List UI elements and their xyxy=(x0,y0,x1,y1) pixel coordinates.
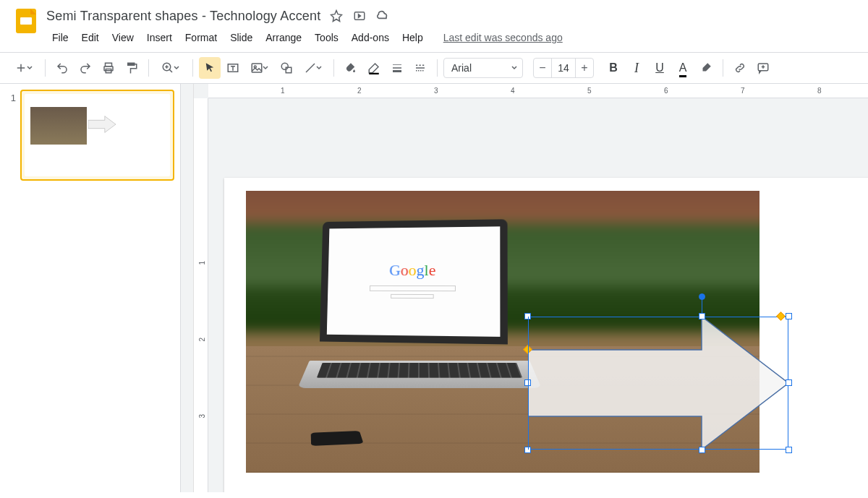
font-size-value[interactable]: 14 xyxy=(551,59,576,77)
svg-rect-11 xyxy=(286,67,292,73)
bold-button[interactable]: B xyxy=(603,57,624,79)
menu-format[interactable]: Format xyxy=(179,29,223,46)
toolbar: Arial − 14 + B I U A xyxy=(0,52,868,84)
zoom-button[interactable] xyxy=(155,57,187,79)
menu-addons[interactable]: Add-ons xyxy=(346,29,395,46)
font-size-stepper: − 14 + xyxy=(533,58,594,78)
redo-button[interactable] xyxy=(75,57,96,79)
fill-color-button[interactable] xyxy=(340,57,362,79)
ruler-gutter xyxy=(181,84,194,492)
svg-rect-12 xyxy=(369,73,379,74)
thumbnail-image xyxy=(30,107,87,145)
thumbnail-number: 1 xyxy=(6,90,16,181)
document-title[interactable]: Semi Transparent shapes - Technology Acc… xyxy=(46,9,320,24)
shape-button[interactable] xyxy=(276,57,297,79)
resize-handle-e[interactable] xyxy=(786,379,792,386)
move-icon[interactable] xyxy=(352,9,367,23)
last-edit-link[interactable]: Last edit was seconds ago xyxy=(443,32,563,43)
font-size-decrease-button[interactable]: − xyxy=(534,59,551,77)
undo-button[interactable] xyxy=(51,57,73,79)
border-color-button[interactable] xyxy=(363,57,385,79)
menu-file[interactable]: File xyxy=(46,29,75,46)
resize-handle-se[interactable] xyxy=(786,447,792,453)
toolbar-separator xyxy=(148,59,149,77)
cloud-saved-icon[interactable] xyxy=(375,9,390,23)
menu-slide[interactable]: Slide xyxy=(224,29,258,46)
menu-help[interactable]: Help xyxy=(396,29,429,46)
font-family-select[interactable]: Arial xyxy=(443,58,523,78)
slide-thumbnail-1[interactable] xyxy=(20,90,174,181)
svg-rect-13 xyxy=(701,72,711,74)
google-logo-text: Google xyxy=(389,261,435,280)
resize-handle-n[interactable] xyxy=(699,313,705,319)
canvas-area[interactable]: 1 2 3 4 5 6 7 8 1 2 3 Google xyxy=(181,84,868,492)
font-size-increase-button[interactable]: + xyxy=(576,59,593,77)
arrow-shape-selected[interactable] xyxy=(528,317,788,450)
vertical-ruler[interactable]: 1 2 3 xyxy=(194,98,208,492)
line-button[interactable] xyxy=(299,57,328,79)
select-tool-button[interactable] xyxy=(199,57,221,79)
svg-point-10 xyxy=(281,63,288,69)
menu-edit[interactable]: Edit xyxy=(76,29,105,46)
main-area: 1 1 2 3 4 5 6 7 8 1 2 3 xyxy=(0,84,868,492)
toolbar-separator xyxy=(333,59,334,77)
slides-logo[interactable] xyxy=(12,6,41,35)
text-color-button[interactable]: A xyxy=(672,57,694,79)
thumbnail-arrow-shape xyxy=(88,114,116,134)
underline-button[interactable]: U xyxy=(649,57,671,79)
menu-insert[interactable]: Insert xyxy=(141,29,178,46)
slide-canvas[interactable]: Google xyxy=(224,178,868,492)
comment-button[interactable] xyxy=(752,57,774,79)
toolbar-separator xyxy=(437,59,438,77)
border-weight-button[interactable] xyxy=(386,57,408,79)
textbox-button[interactable] xyxy=(222,57,244,79)
slide-thumbnail-panel: 1 xyxy=(0,84,181,492)
border-dash-button[interactable] xyxy=(409,57,431,79)
toolbar-separator xyxy=(723,59,723,77)
menu-bar: File Edit View Insert Format Slide Arran… xyxy=(46,29,856,46)
image-button[interactable] xyxy=(245,57,274,79)
svg-rect-8 xyxy=(252,64,262,72)
menu-tools[interactable]: Tools xyxy=(309,29,344,46)
link-button[interactable] xyxy=(729,57,751,79)
highlight-button[interactable] xyxy=(695,57,717,79)
star-icon[interactable] xyxy=(329,9,344,23)
font-family-value: Arial xyxy=(451,62,472,74)
app-header: Semi Transparent shapes - Technology Acc… xyxy=(0,0,868,46)
svg-rect-1 xyxy=(20,17,32,25)
toolbar-separator xyxy=(192,59,193,77)
resize-handle-s[interactable] xyxy=(699,447,705,453)
new-slide-button[interactable] xyxy=(9,57,39,79)
resize-handle-ne[interactable] xyxy=(786,313,792,319)
toolbar-separator xyxy=(45,59,46,77)
horizontal-ruler[interactable]: 1 2 3 4 5 6 7 8 xyxy=(208,84,868,98)
print-button[interactable] xyxy=(98,57,119,79)
menu-view[interactable]: View xyxy=(106,29,140,46)
paint-format-button[interactable] xyxy=(121,57,142,79)
menu-arrange[interactable]: Arrange xyxy=(260,29,307,46)
italic-button[interactable]: I xyxy=(626,57,647,79)
title-area: Semi Transparent shapes - Technology Acc… xyxy=(46,6,856,46)
selection-box xyxy=(528,317,788,450)
